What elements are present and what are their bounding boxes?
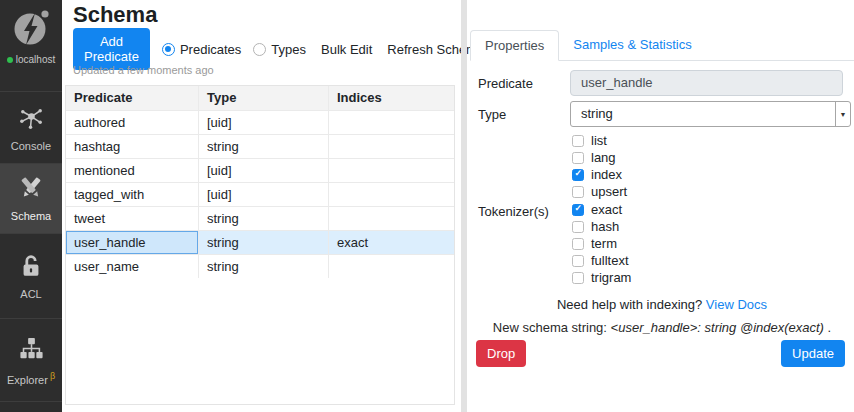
beta-badge: β	[50, 371, 55, 381]
sidebar-item-acl[interactable]: ACL	[0, 233, 62, 318]
sidebar-item-label: ACL	[20, 288, 41, 300]
sidebar-item-explorer[interactable]: Explorerβ	[0, 318, 62, 401]
radio-predicates-label: Predicates	[180, 42, 241, 57]
server-label: localhost	[7, 54, 55, 65]
checkbox-upsert-icon	[572, 186, 584, 198]
cell-type[interactable]: string	[198, 135, 328, 158]
lock-icon	[18, 253, 44, 282]
radio-predicates-icon	[162, 43, 175, 56]
cell-type[interactable]: string	[198, 231, 328, 254]
checkbox-exact-icon	[572, 204, 584, 216]
radio-types[interactable]: Types	[253, 42, 306, 57]
tokenizers-label: Tokenizer(s)	[478, 204, 549, 219]
cell-indices[interactable]: exact	[328, 231, 454, 254]
page-title: Schema	[73, 2, 157, 28]
schema-toolbar: Add Predicate Predicates Types Bulk Edit…	[73, 36, 484, 62]
type-select-value: string	[571, 102, 850, 126]
sidebar-next-section	[0, 401, 62, 412]
tab-properties[interactable]: Properties	[470, 30, 559, 61]
drop-button[interactable]: Drop	[476, 340, 526, 367]
sidebar-item-console[interactable]: Console	[0, 91, 62, 163]
predicate-properties-panel: Properties Samples & Statistics Predicat…	[470, 0, 854, 412]
cell-type[interactable]: [uid]	[198, 111, 328, 134]
sidebar-item-label: Schema	[11, 210, 51, 222]
cell-indices[interactable]	[328, 255, 454, 278]
checkbox-fulltext[interactable]: fulltext	[572, 252, 631, 269]
checkbox-trigram-icon	[572, 272, 584, 284]
ratel-app: localhost Console	[0, 0, 854, 412]
checkbox-trigram[interactable]: trigram	[572, 269, 631, 286]
cell-predicate[interactable]: authored	[66, 111, 198, 134]
cell-predicate[interactable]: tagged_with	[66, 183, 198, 206]
cell-type[interactable]: [uid]	[198, 183, 328, 206]
table-row[interactable]: tweet string	[66, 206, 454, 230]
table-row[interactable]: tagged_with [uid]	[66, 182, 454, 206]
radio-predicates[interactable]: Predicates	[162, 42, 241, 57]
sidebar-item-schema[interactable]: Schema	[0, 163, 62, 233]
type-flags-group: list lang index upsert	[572, 132, 627, 200]
cell-predicate[interactable]: user_name	[66, 255, 198, 278]
cell-type[interactable]: [uid]	[198, 159, 328, 182]
checkbox-term-icon	[572, 238, 584, 250]
checkbox-label: upsert	[591, 184, 627, 199]
checkbox-label: hash	[591, 219, 619, 234]
updated-status-text: Updated a few moments ago	[73, 64, 214, 76]
indexing-help-line: Need help with indexing? View Docs	[470, 297, 854, 312]
console-icon	[18, 104, 45, 134]
cell-type[interactable]: string	[198, 255, 328, 278]
cell-indices[interactable]	[328, 159, 454, 182]
schema-string-prefix: New schema string:	[493, 320, 611, 335]
table-row[interactable]: hashtag string	[66, 134, 454, 158]
checkbox-exact[interactable]: exact	[572, 201, 631, 218]
column-header-predicate: Predicate	[66, 86, 198, 110]
new-schema-string: New schema string: <user_handle>: string…	[470, 320, 854, 335]
cell-indices[interactable]	[328, 111, 454, 134]
cell-indices[interactable]	[328, 207, 454, 230]
cell-predicate[interactable]: user_handle	[66, 231, 198, 254]
table-row[interactable]: mentioned [uid]	[66, 158, 454, 182]
cell-type[interactable]: string	[198, 207, 328, 230]
column-header-indices: Indices	[328, 86, 454, 110]
checkbox-hash[interactable]: hash	[572, 218, 631, 235]
tab-samples-statistics[interactable]: Samples & Statistics	[559, 30, 706, 61]
checkbox-label: lang	[591, 150, 616, 165]
cell-predicate[interactable]: tweet	[66, 207, 198, 230]
column-header-type: Type	[198, 86, 328, 110]
checkbox-list[interactable]: list	[572, 132, 627, 149]
cell-predicate[interactable]: mentioned	[66, 159, 198, 182]
chevron-down-icon: ▼	[835, 102, 850, 126]
checkbox-index[interactable]: index	[572, 166, 627, 183]
sidebar: localhost Console	[0, 0, 62, 412]
cell-predicate[interactable]: hashtag	[66, 135, 198, 158]
sidebar-item-localhost[interactable]: localhost	[0, 0, 62, 90]
properties-tabs: Properties Samples & Statistics	[470, 30, 854, 61]
predicate-field-label: Predicate	[478, 76, 533, 91]
help-text: Need help with indexing?	[557, 297, 702, 312]
bulk-edit-button[interactable]: Bulk Edit	[321, 42, 372, 57]
checkbox-label: trigram	[591, 270, 631, 285]
checkbox-list-icon	[572, 135, 584, 147]
checkbox-fulltext-icon	[572, 255, 584, 267]
cell-indices[interactable]	[328, 135, 454, 158]
update-button[interactable]: Update	[781, 340, 845, 367]
checkbox-label: list	[591, 133, 607, 148]
cell-indices[interactable]	[328, 183, 454, 206]
checkbox-label: exact	[591, 202, 622, 217]
type-select[interactable]: string ▼	[570, 101, 851, 127]
checkbox-term[interactable]: term	[572, 235, 631, 252]
tokenizers-group: exact hash term fulltext trigram	[572, 201, 631, 286]
predicate-input[interactable]: user_handle	[570, 70, 843, 96]
table-row-selected[interactable]: user_handle string exact	[66, 230, 454, 254]
type-field-label: Type	[478, 107, 506, 122]
checkbox-index-icon	[572, 169, 584, 181]
checkbox-upsert[interactable]: upsert	[572, 183, 627, 200]
checkbox-hash-icon	[572, 221, 584, 233]
panel-scrollbar[interactable]	[461, 0, 467, 412]
checkbox-lang[interactable]: lang	[572, 149, 627, 166]
table-row[interactable]: user_name string	[66, 254, 454, 278]
schema-icon	[18, 175, 44, 204]
view-docs-link[interactable]: View Docs	[706, 297, 767, 312]
checkbox-label: fulltext	[591, 253, 629, 268]
checkbox-label: index	[591, 167, 622, 182]
table-row[interactable]: authored [uid]	[66, 110, 454, 134]
